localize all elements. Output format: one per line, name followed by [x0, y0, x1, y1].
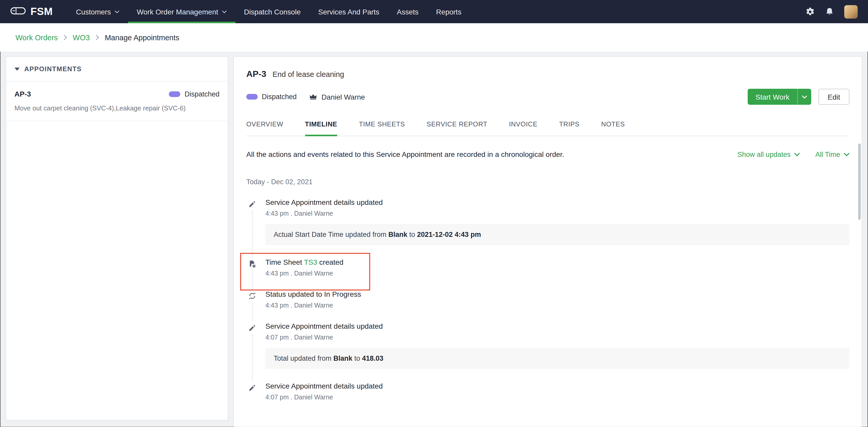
event-body: Service Appointment details updated4:43 …: [266, 198, 849, 245]
pencil-icon: [246, 382, 258, 393]
appointment-status: Dispatched: [169, 90, 219, 98]
detail-header: AP-3 End of lease cleaning Dispatched Da…: [234, 57, 862, 105]
crown-icon: [309, 93, 317, 101]
breadcrumb-wo3[interactable]: WO3: [73, 33, 90, 41]
appointments-panel: APPOINTMENTS AP-3 Dispatched Move out ca…: [6, 56, 228, 421]
filter-label: Show all updates: [737, 151, 790, 158]
timeline-intro: All the actions and events related to th…: [246, 150, 564, 158]
tab-bar: OVERVIEWTIMELINETIME SHEETSSERVICE REPOR…: [246, 120, 849, 136]
nav-right: [806, 5, 858, 18]
action-buttons: Start Work Edit: [748, 89, 849, 105]
timeline-events: Service Appointment details updated4:43 …: [246, 198, 849, 401]
filter-label: All Time: [815, 151, 840, 158]
collapse-triangle-icon: [14, 67, 20, 70]
chevron-down-icon: [115, 10, 119, 13]
nav-item-label: Assets: [397, 7, 418, 16]
tab-overview[interactable]: OVERVIEW: [246, 120, 283, 136]
event-body: Time Sheet TS3 created4:43 pm . Daniel W…: [266, 258, 849, 277]
user-avatar[interactable]: [844, 5, 858, 18]
event-body: Status updated to In Progress4:43 pm . D…: [266, 290, 849, 309]
event-title: Service Appointment details updated: [266, 382, 849, 390]
tab-service-report[interactable]: SERVICE REPORT: [427, 120, 488, 136]
timeline-event: Time Sheet TS3 created4:43 pm . Daniel W…: [246, 258, 849, 277]
time-range-dropdown[interactable]: All Time: [815, 151, 849, 158]
app-window: FSM CustomersWork Order ManagementDispat…: [0, 0, 868, 427]
edit-button[interactable]: Edit: [818, 89, 849, 105]
breadcrumb-work-orders[interactable]: Work Orders: [16, 33, 58, 41]
breadcrumb-manage-appointments: Manage Appointments: [105, 33, 180, 41]
event-title: Service Appointment details updated: [266, 322, 849, 330]
fsm-van-icon: [10, 5, 26, 18]
event-title: Service Appointment details updated: [266, 198, 849, 206]
nav-item-dispatch-console[interactable]: Dispatch Console: [235, 0, 309, 23]
nav-item-assets[interactable]: Assets: [388, 0, 427, 23]
event-meta: 4:07 pm . Daniel Warne: [266, 394, 849, 401]
timeline-scrollbar[interactable]: [858, 143, 861, 220]
pencil-icon: [246, 322, 258, 333]
detail-title: End of lease cleaning: [272, 70, 344, 78]
event-body: Service Appointment details updated4:07 …: [266, 322, 849, 369]
start-work-split-button: Start Work: [748, 89, 811, 105]
timeline-event: Status updated to In Progress4:43 pm . D…: [246, 290, 849, 309]
page-body: APPOINTMENTS AP-3 Dispatched Move out ca…: [0, 52, 868, 427]
nav-item-work-order-management[interactable]: Work Order Management: [128, 0, 235, 23]
appointment-description: Move out carpet cleaning (SVC-4),Leakage…: [14, 104, 219, 113]
link-ts3[interactable]: TS3: [304, 258, 317, 266]
nav-item-label: Work Order Management: [137, 7, 218, 16]
event-detail: Total updated from Blank to 418.03: [266, 348, 849, 369]
event-meta: 4:43 pm . Daniel Warne: [266, 302, 849, 309]
assignee-name: Daniel Warne: [321, 93, 365, 101]
show-all-updates-dropdown[interactable]: Show all updates: [737, 151, 800, 158]
detail-status: Dispatched: [246, 93, 297, 101]
status-label: Dispatched: [262, 93, 297, 101]
nav-item-reports[interactable]: Reports: [427, 0, 470, 23]
event-meta: 4:43 pm . Daniel Warne: [266, 210, 849, 217]
chevron-down-icon: [222, 10, 226, 13]
appointment-detail-card: AP-3 End of lease cleaning Dispatched Da…: [234, 56, 862, 427]
appointments-header[interactable]: APPOINTMENTS: [6, 57, 228, 81]
tab-timeline[interactable]: TIMELINE: [305, 120, 337, 136]
brand-name: FSM: [30, 6, 53, 18]
event-title: Time Sheet TS3 created: [266, 258, 849, 266]
timeline-event: Service Appointment details updated4:43 …: [246, 198, 849, 245]
tab-notes[interactable]: NOTES: [601, 120, 625, 136]
nav-item-label: Reports: [436, 7, 461, 16]
timeline-filters: Show all updates All Time: [737, 151, 849, 158]
timeline-section: All the actions and events related to th…: [234, 150, 862, 401]
tab-time-sheets[interactable]: TIME SHEETS: [359, 120, 405, 136]
appointment-id: AP-3: [14, 90, 31, 98]
status-label: Dispatched: [185, 90, 219, 98]
status-icon: [246, 290, 258, 301]
nav-item-label: Customers: [76, 7, 111, 16]
nav-menu: CustomersWork Order ManagementDispatch C…: [67, 0, 470, 23]
timeline-event: Service Appointment details updated4:07 …: [246, 322, 849, 369]
event-title: Status updated to In Progress: [266, 290, 849, 298]
top-nav: FSM CustomersWork Order ManagementDispat…: [0, 0, 868, 23]
assignee: Daniel Warne: [309, 93, 365, 101]
nav-item-services-and-parts[interactable]: Services And Parts: [310, 0, 388, 23]
start-work-button[interactable]: Start Work: [748, 89, 797, 105]
status-pill: [246, 94, 258, 100]
event-detail: Actual Start Date Time updated from Blan…: [266, 224, 849, 245]
event-body: Service Appointment details updated4:07 …: [266, 382, 849, 401]
pencil-icon: [246, 198, 258, 209]
appointment-list-item[interactable]: AP-3 Dispatched Move out carpet cleaning…: [6, 81, 228, 122]
detail-id: AP-3: [246, 69, 266, 79]
breadcrumb: Work OrdersWO3Manage Appointments: [0, 23, 868, 52]
tab-trips[interactable]: TRIPS: [559, 120, 580, 136]
status-pill: [169, 91, 181, 97]
start-work-dropdown-button[interactable]: [797, 89, 811, 105]
event-meta: 4:43 pm . Daniel Warne: [266, 270, 849, 277]
chevron-down-icon: [844, 153, 849, 156]
chevron-right-icon: [63, 35, 67, 40]
appointments-title: APPOINTMENTS: [24, 65, 82, 73]
timesheet-icon: [246, 258, 258, 269]
event-meta: 4:07 pm . Daniel Warne: [266, 334, 849, 341]
notification-bell-icon[interactable]: [825, 7, 834, 16]
settings-gear-icon[interactable]: [806, 7, 815, 16]
timeline-event: Service Appointment details updated4:07 …: [246, 382, 849, 401]
nav-item-customers[interactable]: Customers: [67, 0, 128, 23]
tab-invoice[interactable]: INVOICE: [509, 120, 537, 136]
fsm-logo[interactable]: FSM: [10, 5, 53, 18]
timeline-date-group: Today - Dec 02, 2021: [246, 178, 849, 186]
